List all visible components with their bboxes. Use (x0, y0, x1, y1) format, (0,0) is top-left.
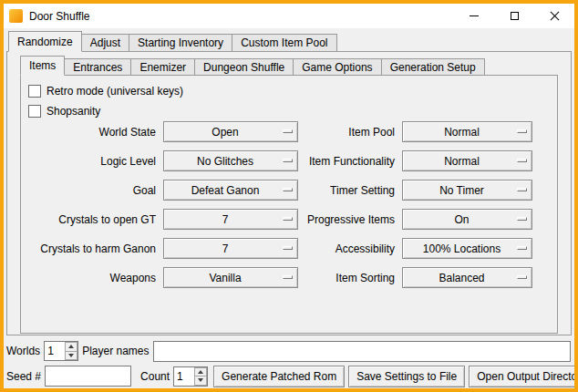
count-label: Count (140, 370, 170, 383)
arrow-up-icon (68, 345, 74, 348)
count-spinner-arrows (194, 367, 207, 386)
option-label-item-sorting: Item Sorting (305, 272, 395, 284)
tab-starting-inventory[interactable]: Starting Inventory (129, 34, 232, 51)
dropdown-indicator-icon (517, 129, 527, 133)
dropdown-indicator-icon (517, 246, 527, 250)
count-spinner-value: 1 (174, 367, 194, 386)
seed-label: Seed # (6, 370, 41, 383)
minimize-icon (470, 15, 479, 16)
close-icon (550, 11, 560, 21)
dropdown-indicator-icon (517, 275, 527, 279)
arrow-down-icon (68, 354, 74, 357)
options-grid: World State Open Item Pool Normal Logic … (36, 121, 557, 288)
dropdown-crystals-to-harm-ganon[interactable]: 7 (163, 238, 298, 259)
dropdown-value: Defeat Ganon (191, 184, 271, 197)
worlds-label: Worlds (6, 345, 40, 357)
retro-mode-label: Retro mode (universal keys) (46, 85, 183, 98)
option-label-world-state: World State (36, 126, 156, 139)
checkbox-shopsanity[interactable]: Shopsanity (21, 101, 557, 121)
dropdown-indicator-icon (283, 159, 293, 162)
option-label-goal: Goal (36, 184, 156, 197)
multiworld-row: Worlds 1 Player names (6, 340, 572, 362)
minimize-button[interactable] (454, 4, 494, 28)
option-label-item-pool: Item Pool (305, 126, 395, 139)
count-spinner[interactable]: 1 (173, 366, 208, 387)
tab-entrances[interactable]: Entrances (64, 58, 131, 75)
title-bar: Door Shuffle (4, 4, 574, 28)
tab-randomize[interactable]: Randomize (8, 31, 82, 52)
seed-input[interactable] (45, 366, 131, 387)
dropdown-progressive-items[interactable]: On (402, 209, 532, 230)
player-names-input[interactable] (153, 341, 572, 362)
tab-enemizer[interactable]: Enemizer (130, 58, 195, 75)
dropdown-value: On (454, 213, 480, 226)
generate-patched-rom-button[interactable]: Generate Patched Rom (213, 366, 345, 387)
tab-adjust[interactable]: Adjust (81, 34, 129, 51)
open-output-directory-button[interactable]: Open Output Directory (469, 366, 578, 387)
worlds-spinner-arrows (65, 342, 77, 360)
dropdown-goal[interactable]: Defeat Ganon (163, 180, 298, 201)
dropdown-timer-setting[interactable]: No Timer (402, 180, 532, 201)
tab-custom-item-pool[interactable]: Custom Item Pool (232, 34, 336, 51)
dropdown-accessibility[interactable]: 100% Locations (402, 238, 532, 259)
option-label-item-functionality: Item Functionality (305, 155, 395, 168)
close-button[interactable] (534, 4, 574, 28)
randomize-tab-pane: Items Entrances Enemizer Dungeon Shuffle… (6, 51, 572, 335)
dropdown-indicator-icon (517, 217, 527, 221)
player-names-label: Player names (82, 345, 149, 357)
checkbox-retro-mode[interactable]: Retro mode (universal keys) (21, 81, 557, 101)
maximize-button[interactable] (494, 4, 534, 28)
generation-row: Seed # Count 1 Generate Patched Rom Save… (6, 365, 572, 387)
dropdown-indicator-icon (283, 275, 293, 279)
dropdown-value: Vanilla (209, 272, 252, 284)
worlds-spin-down-button[interactable] (65, 351, 77, 361)
save-settings-button[interactable]: Save Settings to File (348, 366, 465, 387)
option-label-crystals-to-harm-ganon: Crystals to harm Ganon (36, 242, 156, 255)
dropdown-crystals-to-open-gt[interactable]: 7 (163, 209, 298, 230)
retro-mode-checkbox-box[interactable] (28, 85, 41, 98)
shopsanity-checkbox-box[interactable] (28, 105, 41, 118)
secondary-tab-bar: Items Entrances Enemizer Dungeon Shuffle… (7, 56, 571, 75)
dropdown-indicator-icon (283, 217, 293, 221)
dropdown-weapons[interactable]: Vanilla (163, 267, 298, 288)
dropdown-logic-level[interactable]: No Glitches (163, 150, 298, 171)
option-label-weapons: Weapons (36, 272, 156, 284)
items-tab-pane: Retro mode (universal keys) Shopsanity W… (20, 75, 558, 334)
option-label-progressive-items: Progressive Items (305, 213, 395, 226)
app-icon (9, 9, 23, 23)
option-label-logic-level: Logic Level (36, 155, 156, 168)
option-label-crystals-to-open-gt: Crystals to open GT (36, 213, 156, 226)
dropdown-indicator-icon (283, 129, 293, 133)
window-title: Door Shuffle (29, 10, 454, 23)
app-window: Door Shuffle Randomize Adjust Starting I… (0, 0, 578, 392)
dropdown-item-sorting[interactable]: Balanced (402, 267, 532, 288)
tab-items[interactable]: Items (20, 56, 65, 76)
dropdown-world-state[interactable]: Open (163, 121, 298, 142)
window-controls (454, 4, 574, 28)
shopsanity-label: Shopsanity (46, 105, 100, 118)
tab-dungeon-shuffle[interactable]: Dungeon Shuffle (194, 58, 294, 75)
dropdown-value: Normal (444, 155, 490, 168)
arrow-down-icon (198, 378, 203, 382)
dropdown-indicator-icon (517, 188, 527, 191)
dropdown-value: No Glitches (197, 155, 264, 168)
worlds-spinner-value: 1 (45, 342, 65, 360)
count-spin-down-button[interactable] (194, 376, 207, 386)
dropdown-item-functionality[interactable]: Normal (402, 150, 532, 171)
maximize-icon (511, 12, 519, 20)
tab-generation-setup[interactable]: Generation Setup (381, 58, 485, 75)
dropdown-value: No Timer (439, 184, 495, 197)
dropdown-indicator-icon (517, 159, 527, 162)
primary-tab-bar: Randomize Adjust Starting Inventory Cust… (6, 31, 572, 51)
dropdown-value: 7 (222, 242, 240, 255)
dropdown-value: Balanced (439, 272, 495, 284)
arrow-up-icon (198, 370, 203, 374)
dropdown-item-pool[interactable]: Normal (402, 121, 532, 142)
tab-game-options[interactable]: Game Options (293, 58, 381, 75)
dropdown-value: 7 (222, 213, 240, 226)
dropdown-indicator-icon (283, 246, 293, 250)
option-label-accessibility: Accessibility (305, 242, 395, 255)
dropdown-indicator-icon (283, 188, 293, 191)
worlds-spinner[interactable]: 1 (44, 341, 78, 361)
dropdown-value: Open (212, 126, 249, 139)
